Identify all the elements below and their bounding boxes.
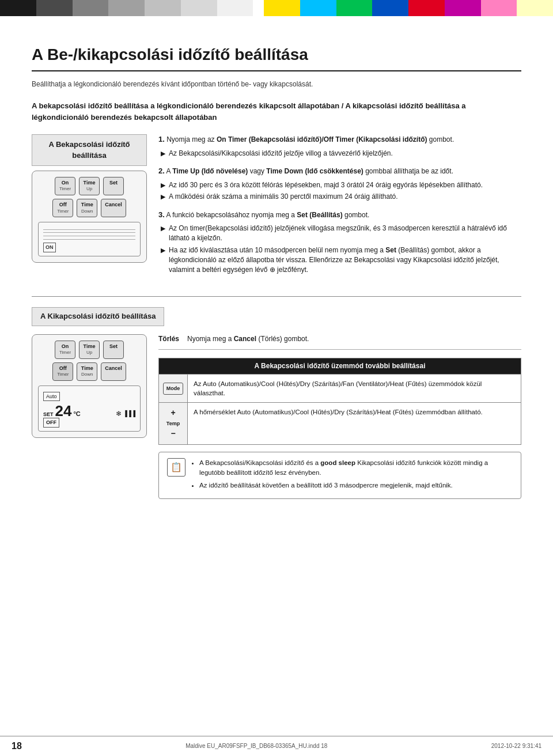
note-list: A Bekapcsolási/Kikapcsolási időzítő és a… [191,458,513,490]
temp-word: Temp [166,420,180,428]
set-label: Set [107,180,120,187]
remote-mockup-1: On Timer Time Up Set Off Timer [32,171,147,263]
section2: A Kikapcsolási időzítő beállítása On Tim… [32,307,521,499]
color-swatch-pink [481,0,517,16]
set2-main: Set [107,343,120,350]
color-bar [0,0,553,16]
arrow-icon-5: ▶ [161,246,165,255]
color-swatch-black [0,0,36,16]
off-timer-button[interactable]: Off Timer [52,199,73,217]
time-down2-sub: Down [81,372,93,377]
step-1: 1. Nyomja meg az On Timer (Bekapcsolási … [158,134,521,158]
note-box: 📋 A Bekapcsolási/Kikapcsolási időzítő és… [158,452,521,499]
color-swatch-gray1 [73,0,109,16]
mode-icon-cell: Mode [159,375,188,402]
step-1-number: 1. [158,135,165,143]
color-swatch-gray3 [145,0,181,16]
step-3-arrow-1: ▶ Az On timer(Bekapcsolási időzítő) jelz… [158,224,521,243]
temperature-display: 24 [55,403,72,418]
step-1-arrow-1: ▶ Az Bekapcsolási/Kikapcsolási időzítő j… [158,149,521,158]
arrow-icon-4: ▶ [161,224,165,233]
section1-box-label: A Bekapcsolási időzítő beállítása [32,134,147,165]
note-icon: 📋 [167,458,185,477]
color-swatch-gray4 [181,0,217,16]
remote-buttons-top-row: On Timer Time Up Set [38,177,141,195]
torles-text: Nyomja meg a Cancel (Törlés) gombot. [187,334,309,344]
set-bold: Set (Beállítás) [297,211,342,219]
time-up-bold: Time Up (Idő növelése) [172,167,248,175]
section2-box-label: A Kikapcsolási időzítő beállítása [32,307,164,326]
remote-buttons-bottom-row: Off Timer Time Down Cancel [38,199,141,217]
set-bold-2: Set [385,246,396,254]
on-timer-button[interactable]: On Timer [55,177,75,195]
step-2-arrow-text-2: A működési órák száma a minimális 30 per… [169,192,398,202]
cancel-bold: Cancel [234,335,256,343]
info-table: A Bekapcsolási időzítő üzemmód további b… [158,358,521,445]
off-timer2-sub: Timer [56,372,69,377]
note-item-2: Az időzítő beállítását követően a beállí… [199,481,513,490]
auto-label: Auto [43,392,60,402]
color-swatch-gray2 [108,0,145,16]
on-timer-button-2[interactable]: On Timer [55,341,75,359]
arrow-icon-2: ▶ [161,181,165,190]
off-timer-label-main: Off [56,202,69,209]
on-timer2-main: On [59,343,71,350]
cancel-button-1[interactable]: Cancel [101,199,126,217]
page-title: A Be-/kikapcsolási időzítő beállítása [32,45,521,71]
temp-unit: °C [73,410,80,418]
set-button-2[interactable]: Set [103,341,124,359]
cancel2-main: Cancel [105,365,122,372]
step-2-content: A Time Up (Idő növelése) vagy Time Down … [166,167,453,175]
cancel-button-2[interactable]: Cancel [101,362,126,381]
plus-icon: + [171,407,175,419]
time-up-button-2[interactable]: Time Up [79,341,100,359]
display-line-3 [43,239,135,240]
section1-right: 1. Nyomja meg az On Timer (Bekapcsolási … [158,134,521,282]
temp-row-content: A hőmérséklet Auto (Automatikus)/Cool (H… [188,403,521,444]
color-swatch-lightyellow [517,0,553,16]
step-2-number: 2. [158,167,165,175]
color-swatch-green [336,0,373,16]
display-screen-1: ON [38,222,141,256]
off-timer-button-2[interactable]: Off Timer [52,362,73,381]
on-timer2-sub: Timer [59,350,71,356]
signal-icon: ▐▐▐ [123,410,135,418]
time-up-button[interactable]: Time Up [79,177,100,195]
section1-left: A Bekapcsolási időzítő beállítása On Tim… [32,134,147,282]
on-timer-label-sub: Timer [59,186,71,192]
color-swatch-yellow [264,0,300,16]
footer-date: 2012-10-22 9:31:41 [491,742,541,750]
cancel-label: Cancel [105,202,122,209]
document-icon: 📋 [171,461,182,474]
time-down-button-2[interactable]: Time Down [77,362,97,381]
step-3-arrow-text-2: Ha az idő kiválasztása után 10 másodperc… [169,245,521,274]
minus-icon: − [171,428,175,440]
info-table-mode-row: Mode Az Auto (Automatikus)/Cool (Hűtés)/… [159,374,521,402]
step-2-arrow-1: ▶ Az idő 30 perc és 3 óra között félórás… [158,180,521,190]
remote-mockup-2: On Timer Time Up Set Off [32,334,147,438]
torles-row: Törlés Nyomja meg a Cancel (Törlés) gomb… [158,334,521,350]
note-content: A Bekapcsolási/Kikapcsolási időzítő és a… [191,458,513,493]
section1-layout: A Bekapcsolási időzítő beállítása On Tim… [32,134,521,282]
time-down2-main: Time [81,365,93,372]
torles-label: Törlés [158,334,181,344]
color-swatch-blue [372,0,408,16]
remote2-buttons-bottom: Off Timer Time Down Cancel [38,362,141,381]
page-number: 18 [12,740,22,753]
snowflake-icon: ❄ [116,409,122,419]
remote2-buttons-top: On Timer Time Up Set [38,341,141,359]
color-swatch-darkgray [36,0,73,16]
step-2: 2. A Time Up (Idő növelése) vagy Time Do… [158,166,521,202]
step-1-text: 1. Nyomja meg az On Timer (Bekapcsolási … [158,134,521,145]
display-line-2 [43,236,135,236]
set-button-1[interactable]: Set [103,177,124,195]
color-swatch-cyan [300,0,336,16]
off-timer2-main: Off [56,365,69,372]
arrow-icon: ▶ [161,149,165,158]
step-2-arrow-2: ▶ A működési órák száma a minimális 30 p… [158,192,521,202]
step-3-number: 3. [158,210,165,219]
off-display-label: OFF [43,418,59,428]
time-down-button[interactable]: Time Down [77,199,97,217]
section2-right: Törlés Nyomja meg a Cancel (Törlés) gomb… [158,334,521,499]
temp-icon: + Temp − [166,407,180,440]
